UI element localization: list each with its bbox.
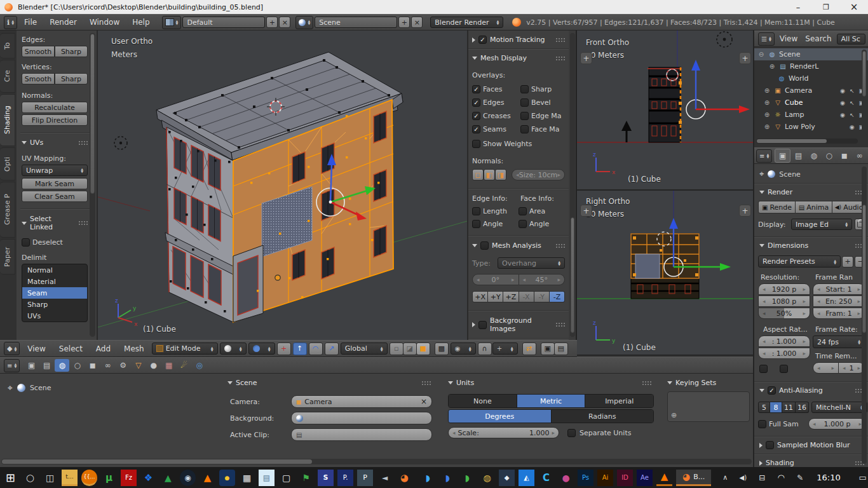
tab-create[interactable]: Cre	[0, 60, 15, 93]
tray-chevron-icon[interactable]: ∧	[719, 470, 731, 486]
folder-window-icon[interactable]: t…	[62, 470, 78, 486]
panel-grip-icon[interactable]	[555, 322, 565, 327]
display-mode-dropdown[interactable]: Image Ed	[791, 219, 852, 230]
separate-units-checkbox[interactable]	[567, 429, 576, 437]
front-view-toolshelf-plus[interactable]: +	[580, 52, 592, 64]
manipulator-translate-button[interactable]: ↑	[293, 342, 307, 355]
axis-plus-x-button[interactable]: +X	[472, 291, 488, 302]
notification-center-icon[interactable]: ▭	[853, 470, 868, 486]
panel-grip-icon[interactable]	[555, 37, 565, 43]
axis-minus-y-button[interactable]: -Y	[534, 291, 550, 302]
editor-type-3dview[interactable]: ◆	[4, 342, 20, 355]
clear-x-icon[interactable]: ×	[421, 397, 427, 406]
flag-app-icon[interactable]: ⚑	[298, 470, 314, 486]
expand-icon[interactable]: ⊕	[763, 111, 771, 118]
delimit-item-uvs[interactable]: UVs	[22, 310, 87, 322]
delimit-item-seam[interactable]: Seam	[22, 287, 87, 299]
aa-filter-dropdown[interactable]: Mitchell-N	[811, 402, 867, 413]
main-3d-viewport[interactable]: z y x User Ortho Meters (1) Cube	[98, 30, 467, 340]
tab-world[interactable]: ○	[70, 359, 85, 372]
overlay-creases-checkbox[interactable]	[472, 112, 480, 120]
close-button[interactable]: ×	[840, 1, 868, 13]
vlc-icon[interactable]: ▲	[200, 470, 215, 486]
maximize-button[interactable]: ❒	[812, 3, 840, 11]
face-select-mode-button[interactable]: ■	[416, 342, 430, 355]
add-menu[interactable]: Add	[90, 344, 116, 353]
aa-samples-5-button[interactable]: 5	[758, 402, 770, 413]
show-weights-checkbox[interactable]	[472, 140, 480, 148]
frame-start-field[interactable]: Start: 1	[813, 283, 865, 295]
panel-grip-icon[interactable]	[642, 381, 651, 386]
render-still-button[interactable]: ▣Rende	[758, 201, 796, 214]
active-clip-field[interactable]: ▤	[291, 428, 432, 441]
background-field[interactable]	[291, 412, 432, 424]
editor-type-info[interactable]: ℹ	[4, 16, 17, 29]
motion-tracking-checkbox[interactable]	[478, 36, 487, 44]
scene-add-button[interactable]: +	[398, 17, 410, 28]
shield-app-icon[interactable]: ◆	[499, 470, 515, 486]
taskbar-clock[interactable]: 16:10	[811, 473, 849, 482]
tab-render[interactable]: ▣	[775, 149, 790, 163]
deselect-checkbox[interactable]	[22, 238, 30, 247]
task-view-icon[interactable]: ◫	[42, 470, 58, 486]
mesh-analysis-panel-header[interactable]: Mesh Analysis	[472, 241, 565, 250]
visibility-eye-icon[interactable]: ◉	[850, 124, 855, 130]
analysis-min-angle-field[interactable]: 0°	[472, 274, 519, 285]
face-normals-icon-button[interactable]: ◨	[495, 169, 506, 180]
tab-constraints[interactable]: ∞	[100, 359, 115, 372]
delimit-item-material[interactable]: Material	[22, 276, 87, 287]
overlay-edge-mark-checkbox[interactable]	[520, 112, 529, 120]
panel-grip-icon[interactable]	[421, 381, 431, 386]
frame-step-field[interactable]: Fram: 1	[813, 308, 865, 319]
aa-samples-16-button[interactable]: 16	[796, 402, 809, 413]
anti-aliasing-checkbox[interactable]	[768, 386, 776, 395]
indesign-icon[interactable]: ID	[617, 470, 633, 486]
scene-panel-header[interactable]: Scene	[227, 379, 431, 387]
frame-rate-dropdown[interactable]: 24 fps	[813, 336, 865, 348]
outliner-item-lamp[interactable]: ⊕ ☼ Lamp ◉ ↖ ▣	[754, 109, 868, 121]
tab-physics[interactable]: ◎	[192, 359, 207, 372]
panel-grip-icon[interactable]	[78, 140, 88, 146]
panel-grip-icon[interactable]	[78, 220, 88, 226]
outliner-menu-view[interactable]: View	[777, 34, 800, 43]
screen-layout-selector[interactable]: Default	[182, 17, 265, 28]
edge-length-checkbox[interactable]	[472, 207, 480, 215]
clear-seam-button[interactable]: Clear Seam	[22, 191, 88, 202]
pin-icon[interactable]: ⌖	[759, 169, 764, 179]
full-sample-checkbox[interactable]	[758, 420, 766, 428]
analysis-max-angle-field[interactable]: 45°	[519, 274, 566, 285]
toolshelf-scrollbar[interactable]	[90, 33, 95, 337]
frame-end-field[interactable]: En: 250	[813, 295, 865, 307]
filter-size-field[interactable]: 1.000 p	[808, 418, 866, 430]
p-light-icon[interactable]: P	[357, 470, 373, 486]
overlay-seams-checkbox[interactable]	[472, 125, 480, 133]
analysis-type-dropdown[interactable]: Overhang	[498, 257, 565, 269]
resolution-x-field[interactable]: 1920 p	[758, 283, 810, 295]
n-panel-scrollbar[interactable]	[570, 33, 575, 337]
motion-tracking-panel-header[interactable]: Motion Tracking	[472, 36, 565, 44]
edge-select-mode-button[interactable]: ◪	[403, 342, 417, 355]
compass-app-icon[interactable]: ◍	[479, 470, 495, 486]
photoshop-icon[interactable]: Ps	[578, 470, 593, 486]
outliner-item-world[interactable]: ◍ World	[754, 72, 868, 85]
tab-object[interactable]: ◼	[85, 359, 100, 372]
overlay-bevel-checkbox[interactable]	[520, 98, 529, 107]
face-angle-checkbox[interactable]	[519, 220, 527, 228]
tab-render-layers[interactable]: ▤	[39, 359, 54, 372]
tab-grease-pencil[interactable]: Grease P	[0, 182, 15, 238]
blender-pinned-icon[interactable]: ◕	[397, 470, 412, 486]
c-app-icon[interactable]: C	[538, 470, 554, 486]
opengl-render-still-button[interactable]: ▣	[541, 342, 555, 355]
after-effects-icon[interactable]: Ae	[637, 470, 653, 486]
viewport-shading-selector[interactable]	[220, 342, 247, 355]
blue-tool-icon[interactable]: ◭	[519, 470, 534, 486]
units-degrees-button[interactable]: Degrees	[449, 410, 552, 423]
menu-file[interactable]: File	[18, 18, 43, 27]
outliner-item-renderlayers[interactable]: ⊕ ▤ RenderL	[754, 60, 868, 72]
vertex-normals-icon-button[interactable]: ◻	[472, 169, 484, 180]
tray-wifi-icon[interactable]: ◠	[773, 470, 789, 486]
transform-orientation-selector[interactable]: Global	[341, 342, 388, 355]
right-ortho-viewport[interactable]: z y Right Ortho 10 Meters (1) Cube + +	[577, 191, 753, 356]
outliner-item-cube[interactable]: ⊕ ▽ Cube ◉ ↖ ▣	[754, 97, 868, 109]
delimit-item-sharp[interactable]: Sharp	[22, 299, 87, 310]
